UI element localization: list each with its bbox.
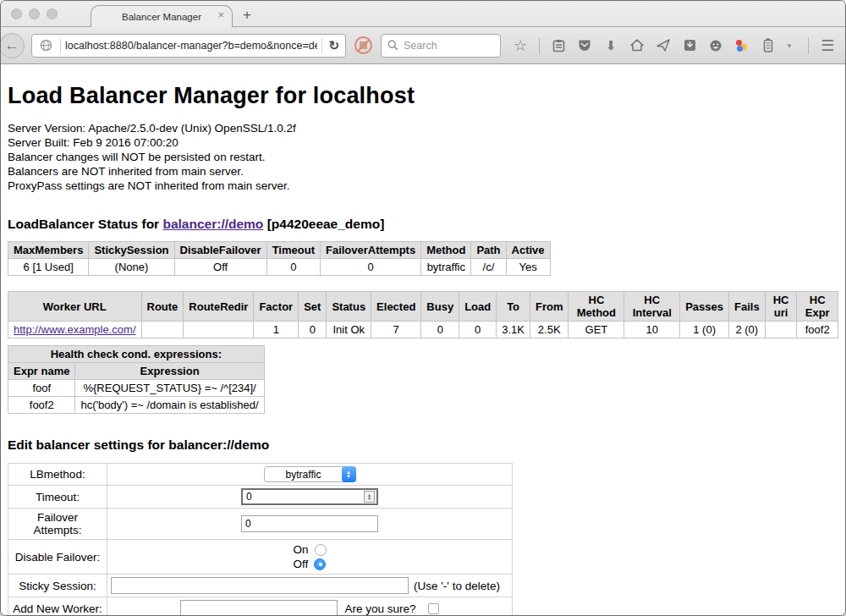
divider	[539, 37, 540, 54]
cell-hc-expr: foof2	[797, 322, 838, 338]
cell-hc-uri	[765, 322, 797, 338]
form-row-failover-attempts: Failover Attempts:	[8, 509, 513, 540]
col-set: Set	[299, 292, 327, 322]
failover-attempts-input[interactable]	[241, 515, 378, 532]
downloads-icon[interactable]: ⬇	[603, 38, 618, 53]
home-icon[interactable]	[629, 38, 645, 53]
back-icon: ←	[5, 37, 19, 54]
table-header-row: MaxMembers StickySession DisableFailover…	[8, 242, 551, 259]
search-input[interactable]	[404, 40, 488, 52]
lbmethod-select[interactable]: bytraffic ▲▼	[264, 466, 356, 482]
balancer-link[interactable]: balancer://demo	[162, 217, 263, 231]
col-from: From	[530, 292, 569, 322]
content-blocked-icon[interactable]	[354, 36, 372, 54]
cell-hc-method: GET	[569, 322, 624, 338]
reload-icon[interactable]: ↻	[328, 38, 339, 53]
tab-close-icon[interactable]: ×	[217, 9, 224, 20]
col-method: Method	[421, 242, 471, 259]
col-expr-name: Expr name	[8, 363, 75, 380]
bookmarks-clipboard-icon[interactable]	[551, 38, 566, 53]
col-worker-url: Worker URL	[8, 292, 142, 322]
col-hc-interval: HC Interval	[624, 292, 680, 322]
cell-disablefailover: Off	[174, 259, 266, 276]
close-window-button[interactable]	[11, 8, 22, 19]
cell-passes: 1 (0)	[680, 322, 729, 338]
browser-tab[interactable]: Balancer Manager ×	[91, 5, 233, 27]
cell-elected: 7	[371, 322, 421, 338]
url-bar[interactable]: localhost:8880/balancer-manager?b=demo&n…	[31, 34, 346, 58]
radio-off[interactable]	[314, 558, 326, 570]
cell-worker-url: http://www.example.com/	[8, 322, 142, 338]
sticky-session-input[interactable]	[111, 577, 409, 594]
server-built-line: Server Built: Feb 9 2016 07:00:20	[8, 135, 838, 150]
add-worker-input[interactable]	[180, 600, 338, 616]
cell-routeredir	[184, 322, 254, 338]
health-table-title: Health check cond. expressions:	[8, 346, 265, 363]
extension-colordots-icon[interactable]	[734, 38, 750, 53]
pocket-icon[interactable]	[577, 38, 592, 53]
globe-icon	[40, 39, 52, 52]
back-button[interactable]: ←	[0, 33, 25, 58]
col-failoverattempts: FailoverAttempts	[320, 242, 420, 259]
radio-on-row: On	[111, 542, 508, 557]
col-route: Route	[141, 292, 184, 322]
bookmark-star-icon[interactable]: ☆	[513, 38, 528, 53]
new-tab-button[interactable]: +	[243, 7, 251, 24]
cell-from: 2.5K	[530, 322, 569, 338]
url-text[interactable]: localhost:8880/balancer-manager?b=demo&n…	[65, 40, 317, 52]
balancer-status-table: MaxMembers StickySession DisableFailover…	[8, 241, 551, 276]
col-load: Load	[459, 292, 497, 322]
chevron-down-icon[interactable]: ▾	[782, 38, 797, 53]
cell-active: Yes	[506, 259, 550, 276]
cell-maxmembers: 6 [1 Used]	[8, 259, 89, 276]
cell-failoverattempts: 0	[320, 259, 420, 276]
send-plane-icon[interactable]	[656, 38, 671, 53]
col-path: Path	[471, 242, 506, 259]
failover-attempts-label: Failover Attempts:	[8, 509, 107, 540]
timeout-input[interactable]	[241, 488, 378, 505]
cell-stickysession: (None)	[89, 259, 174, 276]
table-row: http://www.example.com/ 1 0 Init Ok 7 0 …	[8, 322, 838, 338]
table-row: foof %{REQUEST_STATUS} =~ /^[234]/	[8, 380, 265, 397]
cell-expression: hc('body') =~ /domain is established/	[75, 397, 264, 414]
cell-timeout: 0	[266, 259, 320, 276]
cell-hc-interval: 10	[624, 322, 680, 338]
battery-extension-icon[interactable]	[761, 38, 776, 53]
feedback-smiley-icon[interactable]	[708, 38, 723, 53]
col-hc-expr: HC Expr	[797, 292, 838, 322]
form-row-lbmethod: LBmethod: bytraffic ▲▼	[8, 464, 513, 486]
number-spinner-icon[interactable]: ▲▼	[364, 491, 375, 503]
download-panel-icon[interactable]	[682, 38, 697, 53]
zoom-window-button[interactable]	[47, 8, 58, 19]
hamburger-menu-icon[interactable]: ☰	[820, 38, 835, 53]
col-maxmembers: MaxMembers	[8, 242, 89, 259]
are-you-sure-checkbox[interactable]	[428, 603, 439, 614]
cell-method: bytraffic	[421, 259, 471, 276]
col-disablefailover: DisableFailover	[174, 242, 266, 259]
cell-set: 0	[299, 322, 327, 338]
cell-to: 3.1K	[497, 322, 530, 338]
cell-path: /c/	[471, 259, 506, 276]
divider	[321, 38, 322, 53]
col-passes: Passes	[680, 292, 729, 322]
worker-url-link[interactable]: http://www.example.com/	[14, 323, 136, 336]
form-row-timeout: Timeout: ▲▼	[8, 486, 513, 509]
are-you-sure-label: Are you sure?	[344, 602, 415, 615]
disable-failover-label: Disable Failover:	[8, 540, 107, 575]
radio-on[interactable]	[315, 544, 327, 556]
add-worker-label: Add New Worker:	[8, 597, 107, 616]
minimize-window-button[interactable]	[29, 8, 40, 19]
col-fails: Fails	[729, 292, 766, 322]
col-busy: Busy	[421, 292, 459, 322]
form-row-add-worker: Add New Worker: Are you sure?	[8, 597, 513, 616]
table-row: 6 [1 Used] (None) Off 0 0 bytraffic /c/ …	[8, 259, 551, 276]
cell-fails: 2 (0)	[729, 322, 766, 338]
divider	[60, 38, 61, 53]
sticky-session-hint: (Use '-' to delete)	[414, 580, 500, 592]
search-bar[interactable]	[381, 34, 501, 58]
col-status: Status	[327, 292, 371, 322]
sticky-session-label: Sticky Session:	[8, 575, 107, 597]
cell-expr-name: foof	[8, 380, 75, 397]
worker-status-table: Worker URL Route RouteRedir Factor Set S…	[8, 291, 838, 338]
cell-expression: %{REQUEST_STATUS} =~ /^[234]/	[75, 380, 264, 397]
